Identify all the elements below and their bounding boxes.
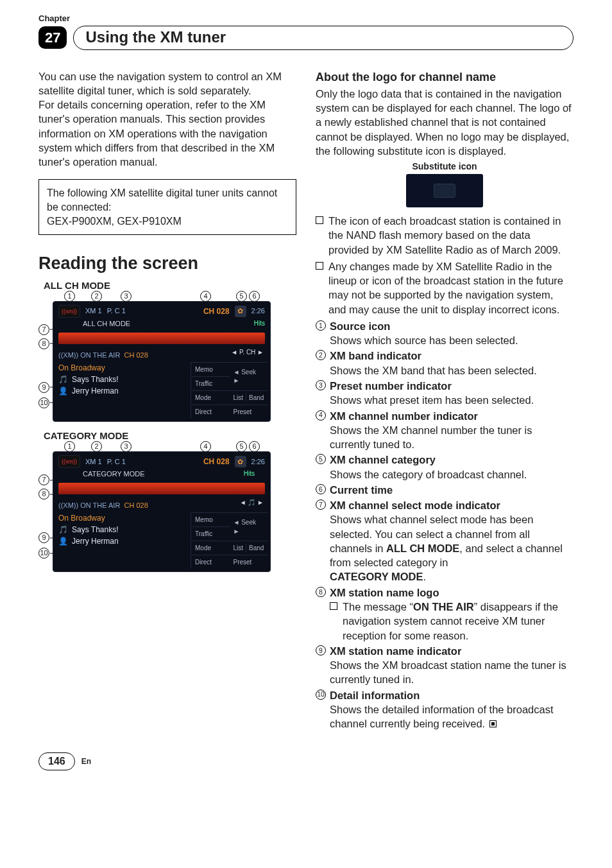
- station-logo-bar: [58, 333, 265, 344]
- right-column: About the logo for channel name Only the…: [316, 69, 574, 731]
- callout-10: 10: [38, 397, 49, 408]
- chapter-number-badge: 27: [38, 26, 67, 49]
- defnum-10: 10: [316, 690, 326, 700]
- def-9-desc: Shows the XM broadcast station name the …: [330, 659, 566, 685]
- def-2-desc: Shows the XM band that has been selected…: [330, 365, 537, 376]
- btn-preset: Preset: [230, 555, 268, 569]
- lang-label: En: [81, 756, 91, 767]
- callout-9b: 9: [38, 532, 49, 543]
- page-number: 146: [38, 752, 75, 770]
- btn-direct: Direct: [191, 555, 230, 569]
- btn-band: Band: [246, 394, 264, 402]
- chapter-label: Chapter: [38, 13, 574, 24]
- defnum-4: 4: [316, 410, 326, 421]
- btn-memo: Memo: [191, 512, 230, 526]
- def-4-desc: Shows the XM channel number the tuner is…: [330, 424, 532, 450]
- btn-seek: ◄ Seek ►: [230, 512, 268, 541]
- callout-4b: 4: [200, 441, 211, 452]
- defnum-3: 3: [316, 380, 326, 390]
- defnum-8: 8: [316, 587, 326, 597]
- source-icon: ((xm)): [58, 305, 80, 318]
- right-button-grid: Memo ◄ Seek ► Traffic Mode List Band Dir…: [191, 362, 268, 419]
- callout-5b: 5: [236, 441, 247, 452]
- defnum-6: 6: [316, 484, 326, 494]
- def-9-title: XM station name indicator: [330, 645, 461, 657]
- pch-buttons: ◄ P. CH ►: [231, 348, 264, 357]
- callout-10b: 10: [38, 548, 49, 559]
- intro-p2: For details concerning operation, refer …: [38, 98, 296, 169]
- defnum-1: 1: [316, 320, 326, 331]
- def-7-title: XM channel select mode indicator: [330, 499, 500, 511]
- definitions: 1 Source iconShows which source has been…: [316, 319, 574, 731]
- xm-band: XM 1: [85, 306, 102, 316]
- btn-memo: Memo: [191, 362, 230, 376]
- clock: 2:26: [251, 306, 265, 316]
- callout-9: 9: [38, 382, 49, 393]
- clock: 2:26: [251, 457, 265, 467]
- callout-4: 4: [200, 291, 211, 302]
- def-10-desc: Shows the detailed information of the br…: [330, 704, 554, 729]
- logo-heading: About the logo for channel name: [316, 69, 574, 85]
- defnum-7: 7: [316, 499, 326, 510]
- notice-text-1: The following XM satellite digital tuner…: [47, 186, 288, 214]
- mode-label-category: CATEGORY MODE: [44, 430, 296, 442]
- callout-6b: 6: [249, 441, 260, 452]
- xm-band: XM 1: [85, 457, 102, 467]
- bullet-2: Any changes made by XM Satellite Radio i…: [316, 259, 574, 317]
- figure-all-ch-mode: 1 2 3 4 5 6 7 8 9 10 ((xm)) XM 1 P. C 1 …: [38, 293, 296, 426]
- intro-text: You can use the navigation system to con…: [38, 69, 296, 169]
- logo-paragraph: Only the logo data that is contained in …: [316, 87, 574, 158]
- def-6-title: Current time: [330, 484, 393, 496]
- page-footer: 146 En: [38, 752, 574, 770]
- btn-traffic: Traffic: [191, 526, 230, 541]
- bullet-icon: [316, 216, 323, 224]
- def-5-title: XM channel category: [330, 454, 436, 465]
- defnum-5: 5: [316, 454, 326, 464]
- channel-top: CH 028: [203, 306, 230, 317]
- mode-line: ALL CH MODE: [83, 319, 130, 329]
- def-5-desc: Shows the category of broadcast channel.: [330, 469, 527, 480]
- callout-5: 5: [236, 291, 247, 302]
- def-3-desc: Shows what preset item has been selected…: [330, 394, 534, 406]
- mode-line: CATEGORY MODE: [83, 469, 145, 479]
- source-icon: ((xm)): [58, 455, 80, 468]
- gear-icon: ✿: [235, 456, 246, 467]
- end-mark-icon: [489, 720, 497, 727]
- callout-8b: 8: [38, 489, 49, 499]
- bullet-1: The icon of each broadcast station is co…: [316, 214, 574, 257]
- callout-3b: 3: [121, 441, 132, 452]
- btn-mode: Mode: [191, 541, 230, 555]
- cat-label: Hits: [254, 319, 265, 329]
- btn-mode: Mode: [191, 390, 230, 404]
- def-3-title: Preset number indicator: [330, 380, 452, 392]
- substitute-icon-label: Substitute icon: [316, 161, 574, 173]
- page-header: 27 Using the XM tuner: [38, 26, 574, 50]
- def-1-desc: Shows which source has been selected.: [330, 334, 518, 346]
- callout-3: 3: [121, 291, 132, 302]
- btn-list: List: [234, 394, 244, 402]
- intro-p1: You can use the navigation system to con…: [38, 69, 296, 98]
- channel-top: CH 028: [203, 456, 230, 467]
- def-2-title: XM band indicator: [330, 350, 421, 361]
- def-8-title: XM station name logo: [330, 587, 439, 598]
- callout-2: 2: [91, 291, 102, 302]
- cat-nav: ◄ 🎵 ►: [240, 498, 264, 507]
- right-button-grid: Memo ◄ Seek ► Traffic Mode List Band Dir…: [191, 512, 268, 569]
- screenshot-all: ((xm)) XM 1 P. C 1 CH 028 ✿ 2:26 ALL CH …: [53, 301, 271, 422]
- btn-traffic: Traffic: [191, 376, 230, 390]
- def-10-title: Detail information: [330, 690, 420, 701]
- def-4-title: XM channel number indicator: [330, 410, 478, 422]
- callout-2b: 2: [91, 441, 102, 452]
- preset: P. C 1: [107, 306, 126, 316]
- btn-preset: Preset: [230, 404, 268, 419]
- mode-label-all: ALL CH MODE: [44, 279, 296, 292]
- station-logo-bar: [58, 483, 265, 494]
- defnum-9: 9: [316, 645, 326, 655]
- on-the-air: ((XM)) ON THE AIR CH 028: [53, 496, 270, 512]
- callout-8: 8: [38, 338, 49, 349]
- def-7-desc: Shows what channel select mode has been …: [330, 514, 563, 582]
- callout-6: 6: [249, 291, 260, 302]
- callout-1b: 1: [64, 441, 75, 452]
- notice-text-2: GEX-P900XM, GEX-P910XM: [47, 214, 288, 229]
- reading-the-screen-heading: Reading the screen: [38, 252, 296, 275]
